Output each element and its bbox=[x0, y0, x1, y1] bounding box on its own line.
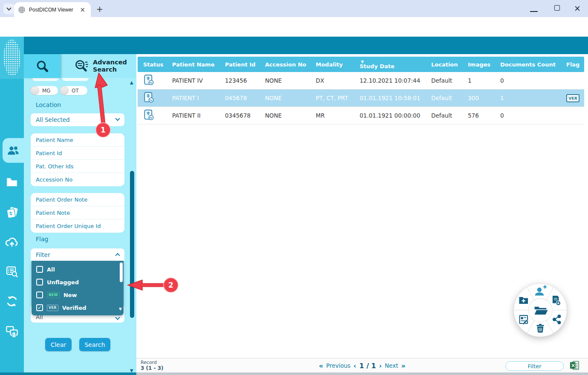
toggle-label: OT bbox=[72, 88, 79, 94]
scroll-up-arrow-icon[interactable]: ▲ bbox=[130, 80, 133, 85]
chevron-down-icon bbox=[6, 6, 11, 10]
sidebar-item-remote-transfer[interactable] bbox=[0, 320, 24, 342]
col-documents-count[interactable]: Documents Count bbox=[495, 61, 561, 68]
sidebar-item-cloud-upload[interactable] bbox=[0, 231, 24, 253]
window-maximize-button[interactable] bbox=[554, 5, 560, 11]
study-status-icon bbox=[143, 74, 155, 86]
tab-close-icon[interactable]: × bbox=[78, 6, 86, 14]
col-study-date[interactable]: ▼Study Date bbox=[354, 60, 426, 69]
checkbox[interactable] bbox=[36, 291, 43, 298]
flag-option-all[interactable]: All bbox=[32, 263, 124, 276]
location-value: All Selected bbox=[36, 116, 116, 123]
cell-location: Default bbox=[426, 95, 462, 101]
cell-study-date: 01.01.1921 10:58:01 bbox=[354, 95, 426, 101]
panel-scrollbar[interactable]: ▲ ▼ bbox=[129, 78, 135, 375]
flag-filter-select[interactable]: Filter bbox=[31, 248, 124, 261]
chevron-down-icon bbox=[115, 315, 120, 320]
previous-page-button[interactable]: Previous bbox=[326, 362, 351, 369]
col-modality[interactable]: Modality bbox=[310, 61, 354, 68]
col-status[interactable]: Status bbox=[138, 61, 167, 68]
flag-option-verified[interactable]: VER Verified bbox=[32, 301, 124, 314]
tab-title: PostDICOM Viewer bbox=[29, 7, 78, 13]
flag-option-new[interactable]: NEW New bbox=[32, 288, 124, 301]
modality-toggle-ot[interactable]: OT bbox=[60, 86, 87, 95]
col-images[interactable]: Images bbox=[462, 61, 495, 68]
toggle-knob bbox=[60, 86, 69, 95]
excel-export-icon[interactable] bbox=[570, 361, 579, 370]
sidebar-item-dicom-print[interactable] bbox=[0, 202, 24, 224]
patient-other-ids-field[interactable]: Pat. Other Ids bbox=[31, 160, 124, 173]
table-header: Status Patient Name Patient Id Accession… bbox=[138, 57, 584, 72]
clear-button[interactable]: Clear bbox=[45, 338, 72, 351]
flag-option-label: New bbox=[63, 292, 77, 298]
checkbox[interactable] bbox=[36, 266, 43, 273]
tab-simple-search[interactable] bbox=[24, 54, 61, 78]
patient-order-unique-id-field[interactable]: Patient Order Unique Id bbox=[31, 219, 124, 233]
table-row[interactable]: PATIENT IV 123456 NONE DX 12.10.2021 10:… bbox=[138, 72, 584, 89]
modality-toggle-mg[interactable]: MG bbox=[31, 86, 58, 95]
flag-badge: VER bbox=[566, 94, 579, 102]
table-filter-input[interactable] bbox=[505, 361, 564, 371]
browser-tab[interactable]: PostDICOM Viewer × bbox=[14, 2, 91, 17]
checkbox[interactable] bbox=[36, 279, 43, 286]
cell-patient-id: 0345678 bbox=[219, 112, 259, 119]
sidebar-item-sync[interactable] bbox=[0, 290, 24, 312]
last-page-button[interactable]: » bbox=[401, 362, 405, 370]
location-select[interactable]: All Selected bbox=[31, 113, 124, 126]
next-page-button[interactable]: Next bbox=[385, 362, 398, 369]
advanced-search-icon bbox=[74, 59, 89, 73]
col-location[interactable]: Location bbox=[426, 61, 462, 68]
sidebar-item-order-worklist[interactable] bbox=[0, 260, 24, 283]
window-edge bbox=[0, 372, 136, 375]
study-status-icon bbox=[143, 109, 155, 121]
remote-transfer-icon bbox=[5, 324, 19, 338]
list-search-icon bbox=[6, 265, 18, 278]
radial-action-menu[interactable] bbox=[513, 283, 568, 338]
flag-option-unflagged[interactable]: Unflagged bbox=[32, 276, 124, 288]
next-arrow-icon[interactable]: › bbox=[379, 362, 382, 370]
cell-documents-count: 0 bbox=[495, 77, 561, 84]
window-minimize-button[interactable] bbox=[530, 4, 538, 12]
accession-no-field[interactable]: Accession No bbox=[31, 173, 124, 186]
patient-id-field[interactable]: Patient Id bbox=[31, 147, 124, 160]
window-close-button[interactable]: × bbox=[574, 3, 581, 13]
cell-patient-id: 045678 bbox=[219, 95, 259, 101]
table-row[interactable]: PATIENT I 045678 NONE PT, CT, PRT 01.01.… bbox=[138, 89, 584, 107]
tab-search-chevron-button[interactable] bbox=[3, 3, 14, 14]
dropdown-scrollbar-thumb[interactable] bbox=[120, 262, 123, 282]
patients-icon bbox=[6, 144, 20, 157]
patient-order-note-field[interactable]: Patient Order Note bbox=[31, 193, 124, 206]
cell-images: 300 bbox=[462, 95, 495, 101]
panel-scrollbar-thumb[interactable] bbox=[130, 171, 134, 318]
modality-toggle-partial bbox=[32, 78, 59, 81]
chevron-up-icon bbox=[115, 253, 120, 257]
previous-arrow-icon[interactable]: ‹ bbox=[354, 362, 357, 370]
cell-study-date: 12.10.2021 10:07:44 bbox=[354, 77, 426, 84]
table-row[interactable]: PATIENT II 0345678 NONE MR 01.01.1921 00… bbox=[138, 107, 584, 124]
modality-toggle-partial bbox=[62, 78, 89, 81]
study-status-icon bbox=[143, 92, 155, 103]
patient-note-field[interactable]: Patient Note bbox=[31, 206, 124, 219]
page-indicator: 1 / 1 bbox=[359, 362, 376, 370]
first-page-button[interactable]: « bbox=[319, 362, 323, 370]
col-accession-no[interactable]: Accession No bbox=[259, 61, 310, 68]
cell-accession-no: NONE bbox=[259, 77, 310, 84]
scroll-down-arrow-icon[interactable]: ▼ bbox=[119, 307, 122, 311]
sidebar-item-folders[interactable] bbox=[0, 171, 24, 193]
dropdown-scrollbar[interactable]: ▼ bbox=[120, 262, 123, 313]
flag-option-label: Verified bbox=[62, 305, 86, 311]
flag-option-label: Unflagged bbox=[47, 279, 79, 286]
col-patient-id[interactable]: Patient Id bbox=[219, 61, 259, 68]
sidebar-item-patients[interactable] bbox=[3, 138, 24, 163]
cell-location: Default bbox=[426, 77, 462, 84]
col-patient-name[interactable]: Patient Name bbox=[167, 61, 219, 68]
new-tab-button[interactable]: + bbox=[95, 4, 105, 14]
col-flag[interactable]: Flag bbox=[561, 61, 584, 68]
checkbox[interactable] bbox=[36, 304, 43, 311]
advanced-search-label: Advanced Search bbox=[93, 59, 127, 73]
cell-patient-name: PATIENT IV bbox=[167, 77, 219, 84]
cell-patient-name: PATIENT I bbox=[167, 95, 219, 101]
search-button[interactable]: Search bbox=[79, 338, 110, 351]
patient-name-field[interactable]: Patient Name bbox=[31, 133, 124, 147]
tab-advanced-search[interactable]: Advanced Search bbox=[61, 54, 136, 78]
